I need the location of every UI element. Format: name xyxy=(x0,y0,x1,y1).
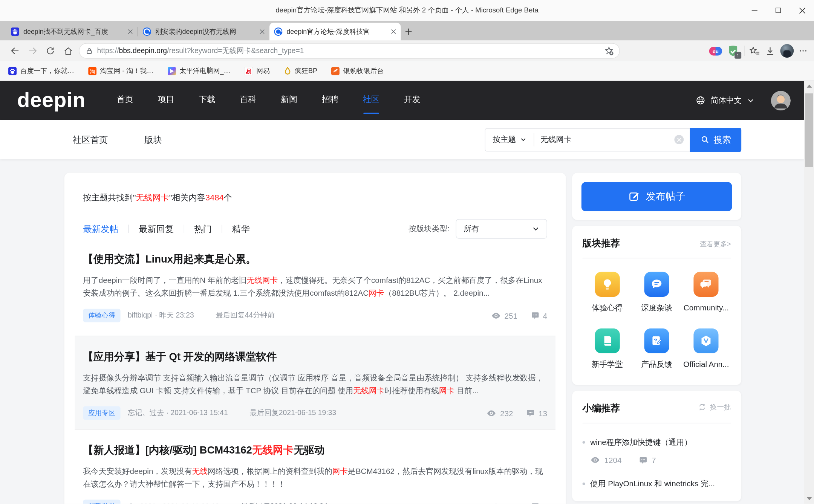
nav-item-社区[interactable]: 社区 xyxy=(363,95,379,107)
back-button[interactable] xyxy=(6,43,24,59)
close-button[interactable] xyxy=(790,0,814,21)
nav-item-百科[interactable]: 百科 xyxy=(240,95,256,107)
board-item-book[interactable]: 新手学堂 xyxy=(583,328,632,370)
publish-post-button[interactable]: 发布帖子 xyxy=(581,182,732,211)
bookmark-item[interactable]: 百度一下，你就… xyxy=(8,66,74,76)
refresh-batch-button[interactable]: 换一批 xyxy=(698,402,731,412)
address-bar[interactable]: https://bbs.deepin.org/result?keyword=无线… xyxy=(79,43,620,58)
post-author-date[interactable]: dpn2021 · 2021-06-11 00:13 xyxy=(128,502,219,504)
minimize-button[interactable] xyxy=(742,0,766,21)
board-item-chat[interactable]: 深度杂谈 xyxy=(632,272,681,313)
tab-close-icon[interactable] xyxy=(391,29,396,34)
du-extension-icon[interactable]: du xyxy=(709,46,722,55)
maximize-button[interactable] xyxy=(766,0,790,21)
community-home-link[interactable]: 社区首页 xyxy=(73,134,108,146)
refresh-icon xyxy=(46,46,55,56)
browser-tab[interactable]: deepin找不到无线网卡_百度 xyxy=(6,23,138,41)
sort-tab[interactable]: 热门 xyxy=(194,223,212,235)
forward-button[interactable] xyxy=(24,43,41,59)
sort-tab[interactable]: 最新发帖 xyxy=(83,223,118,235)
bookmark-label: 百度一下，你就… xyxy=(20,66,74,76)
new-tab-button[interactable] xyxy=(401,24,416,39)
flame-favicon xyxy=(284,67,291,75)
language-selector[interactable]: 简体中文 xyxy=(711,95,742,105)
scroll-down-icon[interactable] xyxy=(806,497,812,500)
board-item-community[interactable]: Community... xyxy=(681,272,731,313)
post-meta: 应用专区忘记、过去 · 2021-06-13 15:41最后回复2021-06-… xyxy=(83,406,547,420)
deepin-logo[interactable]: deepin xyxy=(17,89,86,110)
bookmark-item[interactable]: 疯狂BP xyxy=(284,66,317,76)
home-icon xyxy=(63,46,73,56)
pick-title[interactable]: wine程序添加快捷键（通用） xyxy=(590,437,692,447)
post-title[interactable]: 【使用交流】Linux用起来真是心累。 xyxy=(83,252,547,266)
book-board-icon xyxy=(595,328,620,353)
adguard-extension-icon[interactable]: 1 xyxy=(727,44,739,57)
tab-close-icon[interactable] xyxy=(260,29,265,34)
nav-item-下载[interactable]: 下载 xyxy=(199,95,215,107)
post-tag[interactable]: 体验心得 xyxy=(83,309,120,322)
clear-search-icon[interactable] xyxy=(674,135,684,144)
search-input[interactable] xyxy=(534,135,674,144)
comments-stat: 4 xyxy=(531,311,547,320)
downloads-icon[interactable] xyxy=(765,46,776,57)
nav-item-新闻[interactable]: 新闻 xyxy=(281,95,297,107)
sort-tab[interactable]: 最新回复 xyxy=(139,223,174,235)
favorites-icon[interactable] xyxy=(749,46,760,57)
post-body: 支持摄像头分辨率调节 支持音频输入输出流音量调节（仅调节 应用程序 音量，音频设… xyxy=(83,371,547,397)
post-author-date[interactable]: biftbiqpl · 昨天 23:23 xyxy=(128,311,194,320)
editor-pick-item[interactable]: wine程序添加快捷键（通用）12047 xyxy=(583,437,731,465)
pick-views: 1204 xyxy=(604,455,621,464)
tab-close-icon[interactable] xyxy=(128,29,133,34)
post-tag[interactable]: 新手学堂 xyxy=(83,500,120,504)
search-button[interactable]: 搜索 xyxy=(690,127,741,152)
search-category-dropdown[interactable]: 按主题 xyxy=(485,134,534,144)
post-title[interactable]: 【应用分享】基于 Qt 开发的网络课堂软件 xyxy=(83,350,547,363)
tab-title: 刚安装的deepin没有无线网 xyxy=(155,27,256,37)
post-title[interactable]: 【新人报道】[内核/驱动] BCM43162无线网卡无驱动 xyxy=(83,443,547,457)
board-item-feedback[interactable]: ?产品反馈 xyxy=(632,328,681,370)
browser-tab[interactable]: 刚安装的deepin没有无线网 xyxy=(138,23,269,41)
bookmarks-bar: 百度一下，你就…淘淘宝网 - 淘！我…太平洋电脑网_…易网易疯狂BP银豹收银后台 xyxy=(0,61,814,81)
svg-text:?: ? xyxy=(654,338,657,344)
baidu-favicon xyxy=(8,67,17,75)
post-tag[interactable]: 应用专区 xyxy=(83,406,120,420)
page-scrollbar[interactable] xyxy=(804,81,814,504)
browser-tab[interactable]: deepin官方论坛-深度科技官 xyxy=(269,23,401,41)
board-label: 深度杂谈 xyxy=(632,303,681,313)
community-board-icon xyxy=(694,272,719,297)
nav-item-招聘[interactable]: 招聘 xyxy=(322,95,338,107)
picks-card-title: 小编推荐 xyxy=(583,402,620,415)
nav-item-项目[interactable]: 项目 xyxy=(158,95,174,107)
board-item-bulb[interactable]: 体验心得 xyxy=(583,272,632,313)
user-avatar[interactable] xyxy=(771,90,791,110)
board-type-select[interactable]: 所有 xyxy=(456,219,547,238)
menu-ellipsis-icon[interactable] xyxy=(799,46,808,56)
bookmark-item[interactable]: 易网易 xyxy=(245,66,270,76)
bookmark-item[interactable]: 太平洋电脑网_… xyxy=(167,66,230,76)
post-author-date[interactable]: 忘记、过去 · 2021-06-13 15:41 xyxy=(128,408,228,418)
home-button[interactable] xyxy=(59,43,77,59)
editor-pick-item[interactable]: 使用 PlayOnLinux 和 winetricks 完... xyxy=(583,479,731,489)
bookmark-item[interactable]: 淘淘宝网 - 淘！我… xyxy=(88,66,153,76)
sort-tab[interactable]: 精华 xyxy=(232,223,250,235)
nav-item-开发[interactable]: 开发 xyxy=(404,95,421,107)
title-bar: deepin官方论坛-深度科技官网旗下网站 和另外 2 个页面 - 个人 - M… xyxy=(0,0,814,21)
nav-item-首页[interactable]: 首页 xyxy=(117,95,133,107)
add-favorite-icon[interactable] xyxy=(604,46,614,56)
pick-title[interactable]: 使用 PlayOnLinux 和 winetricks 完... xyxy=(590,479,715,489)
eye-icon xyxy=(491,310,501,320)
board-grid: 体验心得深度杂谈Community...新手学堂?产品反馈Official An… xyxy=(583,272,731,370)
board-item-official[interactable]: Official Ann... xyxy=(681,328,731,370)
boards-link[interactable]: 版块 xyxy=(144,134,162,146)
scroll-up-icon[interactable] xyxy=(806,85,812,88)
scrollbar-thumb[interactable] xyxy=(805,93,813,167)
svg-text:淘: 淘 xyxy=(90,69,95,74)
view-more-link[interactable]: 查看更多> xyxy=(700,240,731,249)
profile-avatar[interactable] xyxy=(780,44,794,58)
board-label: 新手学堂 xyxy=(583,360,632,370)
post-last-reply: 最后回复44分钟前 xyxy=(216,311,275,320)
refresh-button[interactable] xyxy=(41,43,59,59)
community-bar: 社区首页 版块 按主题 搜索 xyxy=(0,120,804,159)
bookmark-item[interactable]: 银豹收银后台 xyxy=(331,66,384,76)
chevron-down-icon xyxy=(520,136,526,143)
